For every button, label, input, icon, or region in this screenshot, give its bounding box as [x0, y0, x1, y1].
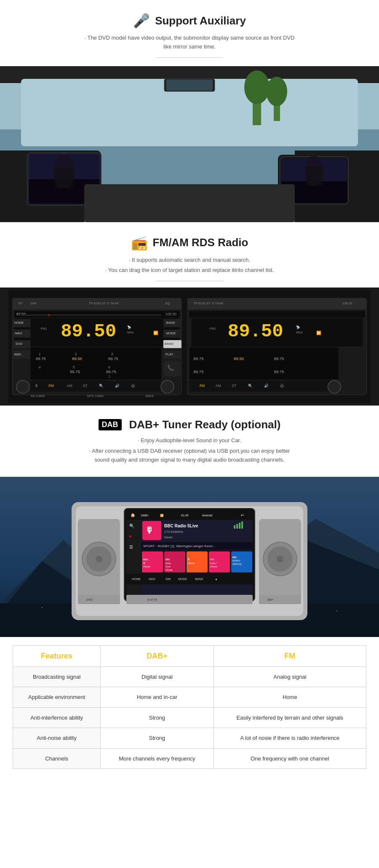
svg-text:FM1: FM1	[40, 327, 47, 331]
svg-text:MODE: MODE	[178, 578, 187, 580]
svg-text:SPORT - RUGBY [1]: Warrington : SPORT - RUGBY [1]: Warrington winger Kev…	[143, 544, 216, 548]
auxiliary-header: 🎤 Support Auxiliary	[8, 13, 371, 29]
svg-rect-26	[84, 184, 295, 222]
svg-text:AM: AM	[216, 384, 221, 388]
svg-text:BBC: BBC	[165, 558, 170, 561]
dab-header: DAB DAB+ Tuner Ready (optional)	[8, 418, 371, 431]
svg-text:Radio: Radio	[165, 562, 171, 564]
svg-point-86	[16, 380, 29, 393]
svg-text:⏩: ⏩	[316, 331, 321, 336]
radio-divider	[156, 281, 223, 281]
radio-desc2: · You can drag the icon of target statio…	[84, 266, 295, 275]
comparison-table: Features DAB+ FM Broadcasting signalDigi…	[13, 645, 366, 769]
svg-text:ST: ST	[232, 384, 237, 388]
svg-text:🔊: 🔊	[115, 384, 120, 388]
svg-point-6	[244, 70, 270, 104]
svg-text:Radio 7: Radio 7	[210, 562, 217, 564]
radio-header: 📻 FM/AM RDS Radio	[8, 235, 371, 251]
comparison-section: Features DAB+ FM Broadcasting signalDigi…	[0, 637, 379, 782]
svg-text:♥: ♥	[129, 534, 132, 539]
svg-text:ST: ST	[83, 384, 88, 388]
fm-cell: A lot of nosie if there is radio interfe…	[214, 728, 366, 749]
svg-rect-195	[126, 595, 253, 604]
svg-text:6: 6	[188, 558, 190, 561]
svg-text:BBC Radio 5Live: BBC Radio 5Live	[164, 524, 198, 528]
auxiliary-title: Support Auxiliary	[155, 14, 246, 27]
svg-text:89.50: 89.50	[72, 357, 82, 361]
svg-text:89.75: 89.75	[274, 369, 284, 374]
svg-text:5Live: 5Live	[165, 565, 171, 568]
svg-point-139	[277, 556, 283, 562]
dab-logo-icon: DAB	[99, 419, 122, 430]
svg-text:BAND: BAND	[166, 321, 176, 325]
svg-rect-105	[190, 347, 339, 379]
feature-cell: Applicable environment	[13, 687, 101, 708]
svg-text:DVD: DVD	[86, 598, 93, 601]
dab-title: DAB+ Tuner Ready (optional)	[129, 418, 281, 431]
dab-image-section: 🏠 DAB+ 📶 01:43 Android ↩ 🔍 ♥ ☰ 🎙 BBC Rad…	[0, 477, 379, 637]
svg-text:89.75: 89.75	[194, 357, 204, 361]
svg-text:5: 5	[73, 365, 75, 369]
svg-text:▲: ▲	[215, 578, 218, 580]
svg-text:4: 4	[143, 562, 145, 564]
svg-rect-197	[259, 595, 301, 604]
svg-text:SERVICE: SERVICE	[232, 563, 242, 565]
svg-text:2: 2	[75, 352, 77, 356]
svg-text:FM: FM	[49, 384, 54, 388]
svg-rect-149	[126, 520, 141, 599]
svg-text:01:43: 01:43	[181, 514, 189, 517]
svg-rect-186	[126, 574, 253, 584]
svg-text:DRadle: DRadle	[143, 565, 150, 568]
auxiliary-section: 🎤 Support Auxiliary · The DVD model have…	[0, 0, 379, 66]
svg-text:NAVI: NAVI	[149, 578, 155, 580]
svg-rect-25	[306, 167, 322, 186]
header-dab: DAB+	[101, 645, 214, 666]
dab-cell: Strong	[101, 707, 214, 728]
svg-text:⏩: ⏩	[153, 331, 158, 336]
svg-text:🔊: 🔊	[264, 384, 269, 388]
svg-text:⏻: ⏻	[280, 384, 284, 388]
svg-text:6: 6	[108, 365, 110, 369]
feature-cell: Channels	[13, 748, 101, 769]
svg-text:DIM: DIM	[31, 301, 37, 305]
dab-car-svg: 🏠 DAB+ 📶 01:43 Android ↩ 🔍 ♥ ☰ 🎙 BBC Rad…	[0, 477, 379, 637]
svg-text:89.50: 89.50	[228, 321, 283, 342]
svg-text:TP  EON  ST  ⊙  TA  AF: TP EON ST ⊙ TA AF	[89, 301, 119, 305]
table-row: Applicable environmentHome and in-carHom…	[13, 687, 366, 708]
svg-text:📞: 📞	[167, 365, 174, 372]
dab-desc2: · After connecting a USB DAB receiver (o…	[84, 447, 295, 465]
svg-text:FM1: FM1	[210, 327, 216, 331]
svg-text:AM+: AM+	[267, 598, 274, 601]
table-row: ChannelsMore channels every frequencyOne…	[13, 748, 366, 769]
fm-cell: Analog signal	[214, 666, 366, 687]
svg-text:7: 7	[108, 375, 110, 379]
svg-text:89.50: 89.50	[61, 321, 116, 342]
svg-rect-161	[239, 523, 240, 529]
car-interior-svg	[0, 66, 379, 222]
table-row: Anti-noise abilityStrongA lot of nosie i…	[13, 728, 366, 749]
fm-cell: One frequency with one channel	[214, 748, 366, 769]
svg-point-124	[42, 607, 43, 608]
svg-text:4: 4	[39, 365, 41, 369]
svg-text:BBC: BBC	[143, 558, 149, 561]
car-interior-image	[0, 66, 379, 222]
svg-text:BAND: BAND	[195, 578, 203, 580]
svg-text:EQ: EQ	[165, 301, 170, 305]
svg-text:📶: 📶	[160, 513, 164, 517]
radio-desc1: · It supports automatic search and manua…	[84, 256, 295, 265]
svg-text:DRadle: DRadle	[165, 569, 173, 571]
svg-text:GPS CARD: GPS CARD	[87, 395, 104, 398]
svg-text:89.75: 89.75	[70, 369, 80, 374]
svg-text:1: 1	[39, 352, 41, 356]
svg-text:🔍: 🔍	[99, 384, 104, 388]
feature-cell: Anti-noise ability	[13, 728, 101, 749]
svg-rect-193	[78, 595, 120, 604]
svg-rect-159	[234, 525, 235, 529]
svg-text:HOME: HOME	[14, 321, 24, 325]
svg-rect-18	[55, 167, 73, 188]
svg-text:108.00: 108.00	[342, 301, 352, 305]
svg-text:↩: ↩	[241, 513, 244, 517]
table-row: Anti-interfernce abilityStrongEasily int…	[13, 707, 366, 728]
svg-text:BBC: BBC	[210, 558, 215, 561]
radio-icon: 📻	[131, 235, 148, 251]
